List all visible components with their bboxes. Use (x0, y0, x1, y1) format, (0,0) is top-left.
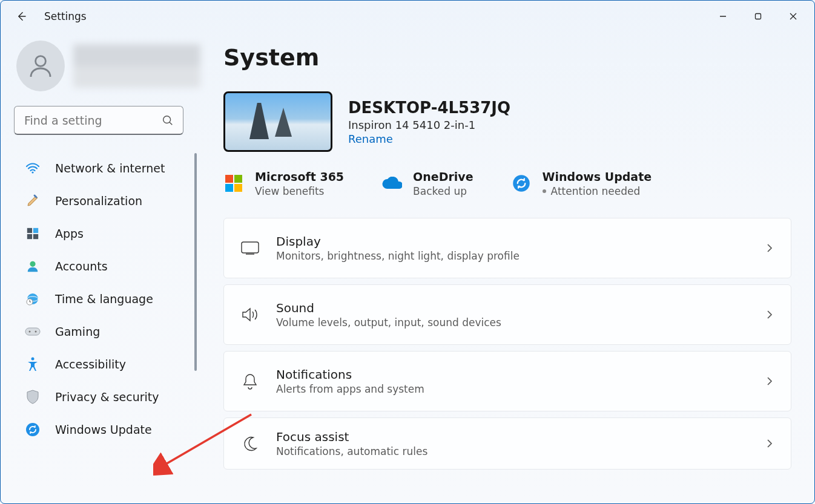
card-title: Focus assist (276, 430, 427, 444)
card-notifications[interactable]: Notifications Alerts from apps and syste… (223, 351, 791, 411)
card-display[interactable]: Display Monitors, brightness, night ligh… (223, 218, 791, 278)
arrow-left-icon (15, 10, 27, 22)
user-name-redacted (73, 44, 200, 88)
person-icon (26, 51, 55, 80)
svg-rect-22 (234, 175, 242, 183)
sidebar-item-accounts[interactable]: Accounts (16, 251, 200, 281)
chevron-right-icon (765, 244, 774, 252)
sidebar-item-accessibility[interactable]: Accessibility (16, 349, 200, 379)
bell-icon (241, 372, 259, 390)
svg-rect-26 (242, 242, 259, 253)
tile-windows-update[interactable]: Windows Update Attention needed (511, 170, 652, 197)
svg-rect-8 (27, 228, 32, 233)
apps-icon (25, 226, 41, 241)
card-sub: Notifications, automatic rules (276, 445, 427, 457)
svg-rect-10 (27, 234, 32, 239)
window-controls (705, 5, 811, 28)
device-name: DESKTOP-4L537JQ (348, 98, 510, 118)
link-tiles: Microsoft 365 View benefits OneDrive Bac… (223, 170, 791, 197)
onedrive-icon (381, 173, 402, 194)
svg-point-18 (35, 331, 37, 333)
tile-onedrive[interactable]: OneDrive Backed up (381, 170, 473, 197)
sidebar-scrollbar[interactable] (194, 153, 197, 371)
status-dot-icon (543, 189, 546, 193)
user-block[interactable] (16, 41, 200, 91)
svg-point-25 (513, 175, 530, 192)
search-field[interactable] (14, 106, 183, 135)
wifi-icon (25, 160, 41, 176)
svg-point-19 (31, 358, 35, 361)
tile-title: Windows Update (543, 170, 652, 184)
back-button[interactable] (9, 4, 33, 28)
accessibility-icon (25, 356, 41, 372)
svg-rect-11 (33, 234, 38, 239)
sidebar-item-label: Accounts (55, 260, 108, 273)
sidebar-item-label: Privacy & security (55, 390, 159, 404)
sidebar-item-label: Personalization (55, 194, 142, 208)
tile-sub: Attention needed (543, 185, 652, 197)
card-sub: Monitors, brightness, night light, displ… (276, 250, 520, 262)
svg-point-20 (26, 423, 39, 436)
svg-point-17 (29, 331, 31, 333)
svg-rect-23 (225, 184, 233, 192)
search-input[interactable] (23, 113, 155, 128)
close-icon (790, 13, 797, 20)
tile-title: Microsoft 365 (255, 170, 344, 184)
tile-sub: Backed up (413, 185, 473, 197)
device-row: DESKTOP-4L537JQ Inspiron 14 5410 2-in-1 … (223, 91, 791, 152)
sidebar-item-time-language[interactable]: Time & language (16, 284, 200, 314)
sync-icon (25, 422, 41, 437)
sidebar-item-personalization[interactable]: Personalization (16, 186, 200, 216)
sidebar-item-apps[interactable]: Apps (16, 218, 200, 249)
sidebar-item-label: Network & internet (55, 162, 165, 175)
card-title: Sound (276, 301, 501, 315)
microsoft-logo-icon (223, 173, 244, 194)
svg-point-12 (30, 261, 35, 267)
sidebar-item-network[interactable]: Network & internet (16, 153, 200, 183)
titlebar: Settings (1, 1, 814, 32)
card-sub: Volume levels, output, input, sound devi… (276, 316, 501, 329)
sync-icon (511, 173, 532, 194)
shield-icon (25, 389, 41, 405)
account-icon (25, 258, 41, 274)
tile-microsoft-365[interactable]: Microsoft 365 View benefits (223, 170, 344, 197)
svg-rect-21 (225, 175, 233, 183)
rename-link[interactable]: Rename (348, 133, 510, 145)
display-icon (241, 239, 259, 257)
sidebar-item-label: Windows Update (55, 423, 152, 436)
sidebar-item-gaming[interactable]: Gaming (16, 316, 200, 347)
card-title: Notifications (276, 367, 424, 382)
chevron-right-icon (765, 310, 774, 319)
device-thumbnail[interactable] (223, 91, 332, 152)
app-title: Settings (44, 10, 87, 22)
settings-cards: Display Monitors, brightness, night ligh… (223, 218, 791, 470)
minimize-button[interactable] (705, 5, 741, 28)
close-button[interactable] (776, 5, 811, 28)
svg-point-4 (36, 56, 46, 67)
svg-point-7 (31, 171, 33, 173)
brush-icon (25, 193, 41, 209)
avatar (16, 41, 65, 91)
sidebar-item-label: Accessibility (55, 358, 126, 371)
card-sound[interactable]: Sound Volume levels, output, input, soun… (223, 284, 791, 345)
tile-title: OneDrive (413, 170, 473, 184)
sidebar: Network & internet Personalization Apps … (1, 32, 200, 504)
sidebar-item-privacy[interactable]: Privacy & security (16, 382, 200, 412)
svg-point-5 (163, 116, 171, 123)
main-pane: System DESKTOP-4L537JQ Inspiron 14 5410 … (200, 32, 814, 504)
sidebar-item-label: Apps (55, 227, 84, 240)
sidebar-item-windows-update[interactable]: Windows Update (16, 414, 200, 445)
clock-globe-icon (25, 291, 41, 307)
maximize-icon (754, 13, 762, 20)
maximize-button[interactable] (741, 5, 776, 28)
nav: Network & internet Personalization Apps … (16, 153, 200, 445)
chevron-right-icon (765, 439, 774, 448)
sidebar-item-label: Time & language (55, 292, 153, 306)
device-model: Inspiron 14 5410 2-in-1 (348, 119, 510, 131)
card-focus-assist[interactable]: Focus assist Notifications, automatic ru… (223, 417, 791, 470)
svg-rect-16 (25, 328, 40, 335)
tile-sub-text: Attention needed (551, 185, 641, 197)
minimize-icon (719, 13, 727, 20)
svg-rect-9 (33, 228, 38, 233)
chevron-right-icon (765, 377, 774, 385)
